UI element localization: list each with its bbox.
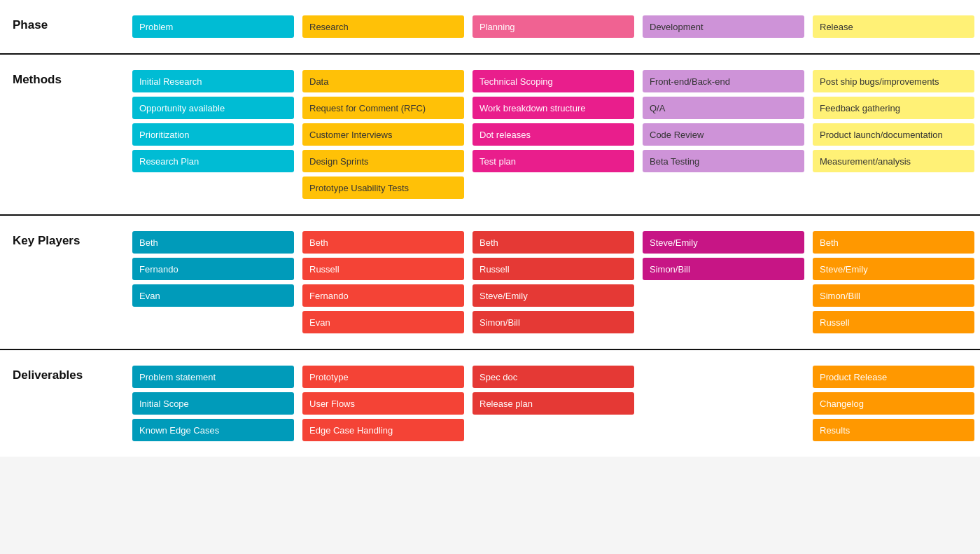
main-container: Phase ProblemResearchPlanningDevelopment… xyxy=(0,0,980,457)
kp-cols-tag-0-2: Evan xyxy=(132,284,294,307)
methods-cols-tag-0-3: Research Plan xyxy=(132,150,294,172)
kp-cols-tag-1-1: Russell xyxy=(302,258,464,280)
kp-cols-tag-1-3: Evan xyxy=(302,311,464,333)
phase-col-1: Research xyxy=(300,13,470,41)
del-cols-col-0: Problem statementInitial ScopeKnown Edge… xyxy=(130,363,300,444)
kp-cols-tag-4-2: Simon/Bill xyxy=(813,284,974,307)
keyplayers-section: Key Players BethFernandoEvanBethRussellF… xyxy=(0,216,980,350)
methods-cols-tag-0-1: Opportunity available xyxy=(132,97,294,119)
methods-cols-col-2: Technical ScopingWork breakdown structur… xyxy=(470,67,640,175)
methods-cols-tag-3-1: Q/A xyxy=(643,97,804,119)
del-cols-col-2: Spec docRelease plan xyxy=(470,363,640,417)
methods-cols-tag-1-3: Design Sprints xyxy=(302,150,464,172)
deliverables-section: Deliverables Problem statementInitial Sc… xyxy=(0,350,980,457)
del-cols-col-3 xyxy=(640,363,810,368)
phase-tag-3: Development xyxy=(643,15,804,38)
phase-section: Phase ProblemResearchPlanningDevelopment… xyxy=(0,0,980,55)
phase-col-3: Development xyxy=(640,13,810,41)
kp-cols-tag-2-0: Beth xyxy=(472,231,634,254)
methods-cols-tag-0-0: Initial Research xyxy=(132,70,294,92)
del-cols-tag-2-0: Spec doc xyxy=(472,366,634,388)
phase-label: Phase xyxy=(0,13,130,32)
kp-cols-tag-0-0: Beth xyxy=(132,231,294,254)
kp-cols-tag-0-1: Fernando xyxy=(132,258,294,280)
methods-cols-tag-1-4: Prototype Usability Tests xyxy=(302,176,464,199)
del-cols-tag-1-1: User Flows xyxy=(302,392,464,415)
kp-cols-col-3: Steve/EmilySimon/Bill xyxy=(640,228,810,283)
methods-cols-tag-3-0: Front-end/Back-end xyxy=(643,70,804,92)
phase-col-0: Problem xyxy=(130,13,300,41)
methods-cols-tag-4-0: Post ship bugs/improvements xyxy=(813,70,974,92)
methods-cols-tag-3-2: Code Review xyxy=(643,123,804,146)
phase-tag-0: Problem xyxy=(132,15,294,38)
kp-cols-tag-2-3: Simon/Bill xyxy=(472,311,634,333)
keyplayers-columns: BethFernandoEvanBethRussellFernandoEvanB… xyxy=(130,228,980,336)
methods-cols-tag-4-2: Product launch/documentation xyxy=(813,123,974,146)
kp-cols-tag-2-1: Russell xyxy=(472,258,634,280)
del-cols-tag-0-1: Initial Scope xyxy=(132,392,294,415)
deliverables-columns: Problem statementInitial ScopeKnown Edge… xyxy=(130,363,980,444)
deliverables-label: Deliverables xyxy=(0,363,130,382)
methods-cols-tag-1-2: Customer Interviews xyxy=(302,123,464,146)
del-cols-tag-4-1: Changelog xyxy=(813,392,974,415)
methods-cols-tag-4-3: Measurement/analysis xyxy=(813,150,974,172)
del-cols-col-4: Product ReleaseChangelogResults xyxy=(810,363,980,444)
del-cols-tag-4-0: Product Release xyxy=(813,366,974,388)
kp-cols-col-2: BethRussellSteve/EmilySimon/Bill xyxy=(470,228,640,336)
methods-cols-tag-2-2: Dot releases xyxy=(472,123,634,146)
methods-cols-col-3: Front-end/Back-endQ/ACode ReviewBeta Tes… xyxy=(640,67,810,175)
methods-cols-tag-2-3: Test plan xyxy=(472,150,634,172)
methods-cols-tag-1-0: Data xyxy=(302,70,464,92)
kp-cols-col-1: BethRussellFernandoEvan xyxy=(300,228,470,336)
del-cols-tag-2-1: Release plan xyxy=(472,392,634,415)
kp-cols-tag-3-0: Steve/Emily xyxy=(643,231,804,254)
phase-columns: ProblemResearchPlanningDevelopmentReleas… xyxy=(130,13,980,41)
methods-cols-tag-2-0: Technical Scoping xyxy=(472,70,634,92)
methods-cols-tag-1-1: Request for Comment (RFC) xyxy=(302,97,464,119)
del-cols-tag-0-0: Problem statement xyxy=(132,366,294,388)
methods-cols-col-0: Initial ResearchOpportunity availablePri… xyxy=(130,67,300,175)
methods-cols-tag-4-1: Feedback gathering xyxy=(813,97,974,119)
del-cols-tag-4-2: Results xyxy=(813,419,974,441)
phase-col-4: Release xyxy=(810,13,980,41)
phase-tag-1: Research xyxy=(302,15,464,38)
kp-cols-tag-1-0: Beth xyxy=(302,231,464,254)
methods-section: Methods Initial ResearchOpportunity avai… xyxy=(0,55,980,216)
phase-tag-4: Release xyxy=(813,15,974,38)
kp-cols-col-4: BethSteve/EmilySimon/BillRussell xyxy=(810,228,980,336)
del-cols-col-1: PrototypeUser FlowsEdge Case Handling xyxy=(300,363,470,444)
kp-cols-col-0: BethFernandoEvan xyxy=(130,228,300,310)
phase-tag-2: Planning xyxy=(472,15,634,38)
keyplayers-label: Key Players xyxy=(0,228,130,248)
kp-cols-tag-4-1: Steve/Emily xyxy=(813,258,974,280)
methods-cols-col-4: Post ship bugs/improvementsFeedback gath… xyxy=(810,67,980,175)
kp-cols-tag-4-0: Beth xyxy=(813,231,974,254)
methods-columns: Initial ResearchOpportunity availablePri… xyxy=(130,67,980,202)
methods-cols-tag-0-2: Prioritization xyxy=(132,123,294,146)
kp-cols-tag-4-3: Russell xyxy=(813,311,974,333)
kp-cols-tag-1-2: Fernando xyxy=(302,284,464,307)
del-cols-tag-1-2: Edge Case Handling xyxy=(302,419,464,441)
del-cols-tag-1-0: Prototype xyxy=(302,366,464,388)
methods-cols-col-1: DataRequest for Comment (RFC)Customer In… xyxy=(300,67,470,202)
phase-col-2: Planning xyxy=(470,13,640,41)
methods-label: Methods xyxy=(0,67,130,87)
kp-cols-tag-3-1: Simon/Bill xyxy=(643,258,804,280)
kp-cols-tag-2-2: Steve/Emily xyxy=(472,284,634,307)
methods-cols-tag-3-3: Beta Testing xyxy=(643,150,804,172)
del-cols-tag-0-2: Known Edge Cases xyxy=(132,419,294,441)
methods-cols-tag-2-1: Work breakdown structure xyxy=(472,97,634,119)
